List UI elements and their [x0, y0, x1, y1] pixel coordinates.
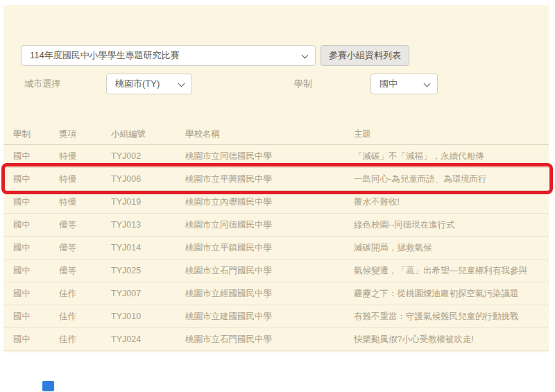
- cell-code: TYJ010: [111, 312, 185, 321]
- competition-select[interactable]: 114年度國民中小學學生專題研究比賽: [21, 45, 316, 66]
- level-select-value: 國中: [379, 78, 398, 90]
- city-select-value: 桃園市(TY): [115, 78, 160, 90]
- cell-school: 桃園市立同德國民中學: [185, 151, 354, 162]
- cell-school: 桃園市立石門國民中學: [185, 334, 354, 346]
- cell-topic: 一島同心-為兒童而語、為環境而行: [354, 173, 549, 185]
- table-row[interactable]: 國中 特優 TYJ006 桃園市立平興國民中學 一島同心-為兒童而語、為環境而行: [3, 168, 549, 191]
- level-select[interactable]: 國中: [370, 74, 438, 94]
- table-row[interactable]: 國中 優等 TYJ013 桃園市立同德國民中學 綠色校園--同德現在進行式: [3, 214, 549, 237]
- cell-topic: 「減碳」不「減福」，永續代相傳: [354, 151, 549, 162]
- table-row[interactable]: 國中 優等 TYJ014 桃園市立平鎮國民中學 減碳開局，拯救氣候: [3, 237, 549, 259]
- cell-award: 特優: [59, 173, 111, 185]
- header-school: 學校名稱: [185, 128, 354, 140]
- header-level: 學制: [13, 128, 59, 140]
- level-label: 學制: [294, 78, 312, 90]
- competition-select-value: 114年度國民中小學學生專題研究比賽: [30, 49, 180, 62]
- cell-school: 桃園市立建國國民中學: [185, 311, 354, 323]
- cell-level: 國中: [13, 173, 59, 185]
- cell-award: 優等: [59, 242, 111, 254]
- cell-school: 桃園市立內壢國民中學: [185, 196, 354, 208]
- competition-filter-row: 114年度國民中小學學生專題研究比賽 參賽小組資料列表: [21, 45, 409, 66]
- cell-award: 佳作: [59, 311, 111, 323]
- cell-level: 國中: [13, 242, 59, 254]
- secondary-filter-row: 城市選擇 桃園市(TY) 學制 國中: [24, 74, 438, 94]
- cell-school: 桃園市立同德國民中學: [185, 219, 354, 231]
- cell-level: 國中: [13, 334, 59, 346]
- table-row[interactable]: 國中 佳作 TYJ010 桃園市立建國國民中學 有難不重當：守護氣候難民兒童的行…: [3, 305, 549, 328]
- cell-topic: 快樂颱風假?小心受教權被吹走!: [354, 334, 549, 346]
- cell-award: 特優: [59, 196, 111, 208]
- header-topic: 主題: [354, 128, 549, 140]
- city-select[interactable]: 桃園市(TY): [106, 74, 192, 94]
- cell-award: 特優: [59, 151, 111, 162]
- cell-code: TYJ013: [111, 220, 185, 230]
- table-header-row: 學制 獎項 小組編號 學校名稱 主題: [3, 123, 549, 145]
- bottom-left-widget[interactable]: [42, 381, 54, 391]
- cell-level: 國中: [13, 288, 59, 300]
- table-body: 國中 特優 TYJ002 桃園市立同德國民中學 「減碳」不「減福」，永續代相傳 …: [3, 145, 549, 351]
- cell-school: 桃園市立經國國民中學: [185, 288, 354, 300]
- cell-school: 桃園市立平鎮國民中學: [185, 242, 354, 254]
- cell-code: TYJ007: [111, 289, 185, 298]
- cell-topic: 綠色校園--同德現在進行式: [354, 219, 549, 231]
- city-label: 城市選擇: [24, 78, 60, 90]
- cell-topic: 覆水不難收!: [354, 196, 549, 208]
- table-row[interactable]: 國中 優等 TYJ025 桃園市立石門國民中學 氣候變遷，「蔬」出希望—兒童權利…: [3, 259, 549, 282]
- chevron-down-icon: [302, 52, 309, 59]
- cell-level: 國中: [13, 265, 59, 277]
- cell-code: TYJ006: [111, 174, 185, 184]
- content-sheet: 114年度國民中小學學生專題研究比賽 參賽小組資料列表 城市選擇 桃園市(TY)…: [3, 5, 549, 352]
- chevron-down-icon: [424, 80, 431, 87]
- cell-code: TYJ014: [111, 243, 185, 253]
- group-list-button-label: 參賽小組資料列表: [329, 49, 401, 62]
- cell-topic: 霾靂之下：從桃園煉油廠初探空氣污染議題: [354, 288, 549, 300]
- cell-code: TYJ024: [111, 334, 185, 344]
- cell-award: 優等: [59, 265, 111, 277]
- page: 114年度國民中小學學生專題研究比賽 參賽小組資料列表 城市選擇 桃園市(TY)…: [0, 0, 555, 392]
- table-row[interactable]: 國中 佳作 TYJ007 桃園市立經國國民中學 霾靂之下：從桃園煉油廠初探空氣污…: [3, 282, 549, 305]
- results-table: 學制 獎項 小組編號 學校名稱 主題 國中 特優 TYJ002 桃園市立同德國民…: [3, 123, 549, 351]
- cell-award: 優等: [59, 219, 111, 231]
- cell-level: 國中: [13, 151, 59, 162]
- cell-topic: 減碳開局，拯救氣候: [354, 242, 549, 254]
- group-list-button[interactable]: 參賽小組資料列表: [321, 45, 409, 66]
- table-row[interactable]: 國中 特優 TYJ019 桃園市立內壢國民中學 覆水不難收!: [3, 191, 549, 214]
- cell-level: 國中: [13, 311, 59, 323]
- chevron-down-icon: [178, 80, 185, 87]
- cell-code: TYJ019: [111, 197, 185, 207]
- table-row[interactable]: 國中 特優 TYJ002 桃園市立同德國民中學 「減碳」不「減福」，永續代相傳: [3, 145, 549, 168]
- cell-topic: 氣候變遷，「蔬」出希望—兒童權利有我參與: [354, 265, 549, 277]
- cell-level: 國中: [13, 219, 59, 231]
- header-award: 獎項: [59, 128, 111, 140]
- cell-school: 桃園市立平興國民中學: [185, 173, 354, 185]
- cell-award: 佳作: [59, 334, 111, 346]
- cell-school: 桃園市立石門國民中學: [185, 265, 354, 277]
- cell-award: 佳作: [59, 288, 111, 300]
- cell-code: TYJ002: [111, 151, 185, 161]
- table-row[interactable]: 國中 佳作 TYJ024 桃園市立石門國民中學 快樂颱風假?小心受教權被吹走!: [3, 328, 549, 351]
- header-code: 小組編號: [111, 128, 185, 140]
- cell-level: 國中: [13, 196, 59, 208]
- cell-topic: 有難不重當：守護氣候難民兒童的行動挑戰: [354, 311, 549, 323]
- cell-code: TYJ025: [111, 266, 185, 275]
